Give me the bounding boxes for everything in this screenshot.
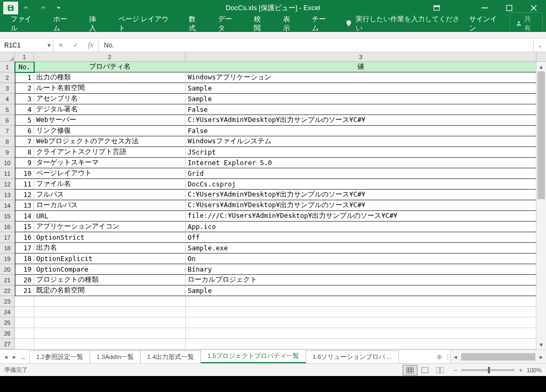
row-header[interactable]: 25 xyxy=(0,317,15,328)
cell[interactable]: False xyxy=(186,126,536,136)
hscroll-thumb[interactable] xyxy=(461,353,535,361)
row-header[interactable]: 5 xyxy=(0,104,15,115)
cell[interactable]: 13 xyxy=(15,200,34,211)
cell[interactable]: ローカルパス xyxy=(34,200,186,211)
row-header[interactable]: 23 xyxy=(0,296,15,307)
cell[interactable]: 3 xyxy=(15,94,34,104)
cell[interactable] xyxy=(186,296,536,307)
cell[interactable]: Windowsアプリケーション xyxy=(186,72,536,83)
row-header[interactable]: 7 xyxy=(0,126,15,136)
cell[interactable]: 2 xyxy=(15,83,34,94)
formula-input[interactable]: No. xyxy=(99,38,533,52)
cell[interactable]: OptionCompare xyxy=(34,264,186,275)
scroll-up-icon[interactable]: ▴ xyxy=(536,62,546,71)
share-button[interactable]: 共有 xyxy=(510,12,543,36)
cell[interactable]: 15 xyxy=(15,222,34,232)
row-header[interactable]: 6 xyxy=(0,115,15,126)
cancel-formula-icon[interactable]: ✕ xyxy=(53,42,68,49)
scroll-right-icon[interactable]: ▸ xyxy=(536,353,546,361)
cell[interactable] xyxy=(186,307,536,317)
page-break-view-icon[interactable] xyxy=(432,365,447,375)
cell[interactable]: 値 xyxy=(186,62,536,72)
cell[interactable]: Webプロジェクトのアクセス方法 xyxy=(34,136,186,147)
row-header[interactable]: 24 xyxy=(0,307,15,317)
select-all-corner[interactable] xyxy=(0,52,15,62)
cell[interactable]: デジタル署名 xyxy=(34,104,186,115)
vertical-scrollbar[interactable]: ▴ ▾ xyxy=(536,62,546,349)
cell[interactable]: ルート名前空間 xyxy=(34,83,186,94)
row-header[interactable]: 21 xyxy=(0,275,15,285)
cell[interactable]: Sample xyxy=(186,83,536,94)
row-header[interactable]: 3 xyxy=(0,83,15,94)
cell[interactable]: 出力名 xyxy=(34,243,186,254)
cell[interactable]: 6 xyxy=(15,126,34,136)
cell[interactable] xyxy=(34,328,186,339)
cell[interactable]: Sample xyxy=(186,94,536,104)
sheet-tab[interactable]: 1.4出力形式一覧 xyxy=(140,350,201,363)
sheet-tab[interactable]: 1.3AddIn一覧 xyxy=(90,350,141,363)
cell[interactable]: フルパス xyxy=(34,190,186,200)
cell[interactable]: C:¥Users¥Admin¥Desktop¥出力サンプルのソース¥C#¥ xyxy=(186,190,536,200)
cell[interactable] xyxy=(15,296,34,307)
undo-icon[interactable] xyxy=(19,2,34,14)
cell[interactable] xyxy=(186,317,536,328)
cell[interactable]: 18 xyxy=(15,254,34,264)
cell[interactable]: Webサーバー xyxy=(34,115,186,126)
cell[interactable]: No. xyxy=(15,62,34,72)
cell[interactable] xyxy=(15,339,34,349)
row-header[interactable]: 8 xyxy=(0,136,15,147)
cell[interactable]: ページレイアウト xyxy=(34,168,186,179)
redo-icon[interactable] xyxy=(35,2,50,14)
cell[interactable]: アプリケーションアイコン xyxy=(34,222,186,232)
cell[interactable] xyxy=(34,307,186,317)
cell[interactable] xyxy=(34,339,186,349)
cell[interactable]: Grid xyxy=(186,168,536,179)
cell[interactable]: 10 xyxy=(15,168,34,179)
cell[interactable]: 16 xyxy=(15,232,34,243)
sheet-tab[interactable]: 1.6ソリューションプロパ ... xyxy=(306,350,399,363)
row-header[interactable]: 19 xyxy=(0,254,15,264)
cell[interactable]: 11 xyxy=(15,179,34,190)
cell[interactable]: 出力の種類 xyxy=(34,72,186,83)
cell[interactable]: ターゲットスキーマ xyxy=(34,158,186,168)
column-header-2[interactable]: 2 xyxy=(34,52,186,62)
row-header[interactable]: 4 xyxy=(0,94,15,104)
cell[interactable]: Off xyxy=(186,232,536,243)
cell[interactable]: Internet Explorer 5.0 xyxy=(186,158,536,168)
cell[interactable] xyxy=(34,317,186,328)
sheet-nav-more[interactable]: ... xyxy=(21,353,25,361)
tell-me-search[interactable]: 実行したい作業を入力してください xyxy=(345,15,461,33)
zoom-slider[interactable] xyxy=(461,369,515,371)
row-header[interactable]: 26 xyxy=(0,328,15,339)
page-layout-view-icon[interactable] xyxy=(417,365,432,375)
cell[interactable]: アセンブリ名 xyxy=(34,94,186,104)
cell[interactable]: On xyxy=(186,254,536,264)
row-header[interactable]: 1 xyxy=(0,62,15,72)
new-sheet-button[interactable]: ⊕ xyxy=(433,350,446,363)
cell[interactable]: C:¥Users¥Admin¥Desktop¥出力サンプルのソース¥C#¥ xyxy=(186,200,536,211)
scroll-left-icon[interactable]: ◂ xyxy=(451,353,460,361)
cell[interactable]: Windowsファイルシステム xyxy=(186,136,536,147)
cell[interactable]: URL xyxy=(34,211,186,222)
row-header[interactable]: 17 xyxy=(0,232,15,243)
row-header[interactable]: 14 xyxy=(0,200,15,211)
cell[interactable]: 8 xyxy=(15,147,34,158)
cell[interactable]: file:///C:¥Users¥Admin¥Desktop¥出力サンプルのソー… xyxy=(186,211,536,222)
cell[interactable]: 4 xyxy=(15,104,34,115)
cell[interactable] xyxy=(34,296,186,307)
save-icon[interactable] xyxy=(3,2,18,14)
scroll-down-icon[interactable]: ▾ xyxy=(536,340,546,349)
sheet-nav-prev-icon[interactable]: ◂ xyxy=(4,353,7,361)
minimize-button[interactable] xyxy=(472,0,497,16)
sheet-tab[interactable]: 1.5プロジェクトプロパティ一覧 xyxy=(200,350,306,363)
zoom-percent[interactable]: 100% xyxy=(527,367,542,373)
cell[interactable]: Binary xyxy=(186,264,536,275)
row-header[interactable]: 27 xyxy=(0,339,15,349)
zoom-out-icon[interactable]: − xyxy=(454,367,457,373)
row-header[interactable]: 9 xyxy=(0,147,15,158)
cell[interactable] xyxy=(15,307,34,317)
expand-formula-bar-icon[interactable]: ⌄ xyxy=(533,38,546,52)
cell[interactable]: App.ico xyxy=(186,222,536,232)
insert-function-icon[interactable]: fx xyxy=(83,41,98,50)
cell[interactable]: JScript xyxy=(186,147,536,158)
